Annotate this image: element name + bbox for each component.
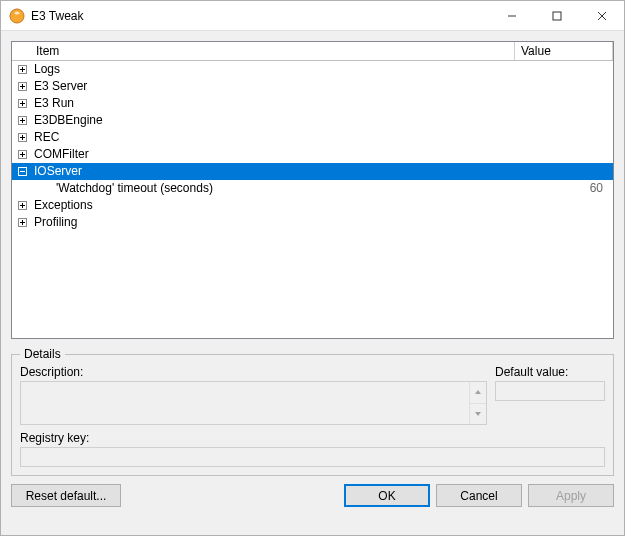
window-controls [489,1,624,30]
cancel-button[interactable]: Cancel [436,484,522,507]
registry-label: Registry key: [20,431,605,445]
tree-item[interactable]: REC [12,129,613,146]
tree-item-label: 'Watchdog' timeout (seconds) [32,180,515,197]
tree-item[interactable]: Logs [12,61,613,78]
maximize-button[interactable] [534,1,579,30]
default-value-field [495,381,605,401]
column-header-value[interactable]: Value [515,42,613,60]
tree-item[interactable]: IOServer [12,163,613,180]
tree-child-item[interactable]: 'Watchdog' timeout (seconds)60 [12,180,613,197]
details-panel: Details Description: [11,347,614,476]
ok-button[interactable]: OK [344,484,430,507]
expand-icon[interactable] [16,217,28,229]
tree-item-value: 60 [515,180,613,197]
default-value-label: Default value: [495,365,605,379]
details-legend: Details [20,347,65,361]
description-scroll [469,382,486,424]
expand-icon[interactable] [16,132,28,144]
tree-item[interactable]: Exceptions [12,197,613,214]
tree-item-label: COMFilter [32,146,515,163]
tree-item[interactable]: COMFilter [12,146,613,163]
svg-point-0 [10,9,24,23]
minimize-button[interactable] [489,1,534,30]
tree-item-label: IOServer [32,163,515,180]
scroll-down-button[interactable] [470,404,486,425]
tree-header: Item Value [12,42,613,61]
tree-item-label: E3 Run [32,95,515,112]
collapse-icon[interactable] [16,166,28,178]
tree-body[interactable]: LogsE3 ServerE3 RunE3DBEngineRECCOMFilte… [12,61,613,338]
description-label: Description: [20,365,487,379]
expand-icon[interactable] [16,149,28,161]
tree-item[interactable]: E3DBEngine [12,112,613,129]
expand-icon[interactable] [16,115,28,127]
tree-item[interactable]: E3 Run [12,95,613,112]
tree-item-label: REC [32,129,515,146]
apply-button[interactable]: Apply [528,484,614,507]
default-value-block: Default value: [495,365,605,401]
registry-block: Registry key: [20,431,605,467]
close-button[interactable] [579,1,624,30]
titlebar: E3 Tweak [1,1,624,31]
expand-icon[interactable] [16,64,28,76]
content-area: Item Value LogsE3 ServerE3 RunE3DBEngine… [1,31,624,535]
expand-icon[interactable] [16,200,28,212]
tree-item[interactable]: Profiling [12,214,613,231]
description-block: Description: [20,365,487,425]
scroll-up-button[interactable] [470,382,486,404]
column-header-item[interactable]: Item [12,42,515,60]
tree-item-label: Profiling [32,214,515,231]
description-box [20,381,487,425]
expand-icon[interactable] [16,98,28,110]
registry-value-field [20,447,605,467]
expand-icon[interactable] [16,81,28,93]
tree-item-label: E3DBEngine [32,112,515,129]
window-title: E3 Tweak [31,9,489,23]
app-window: E3 Tweak Item Value LogsE3 ServerE3 RunE… [0,0,625,536]
settings-tree: Item Value LogsE3 ServerE3 RunE3DBEngine… [11,41,614,339]
app-icon [9,8,25,24]
svg-rect-2 [553,12,561,20]
tree-item-label: Logs [32,61,515,78]
reset-default-button[interactable]: Reset default... [11,484,121,507]
tree-item[interactable]: E3 Server [12,78,613,95]
description-value [21,382,469,424]
tree-item-label: E3 Server [32,78,515,95]
tree-item-label: Exceptions [32,197,515,214]
button-row: Reset default... OK Cancel Apply [11,484,614,507]
